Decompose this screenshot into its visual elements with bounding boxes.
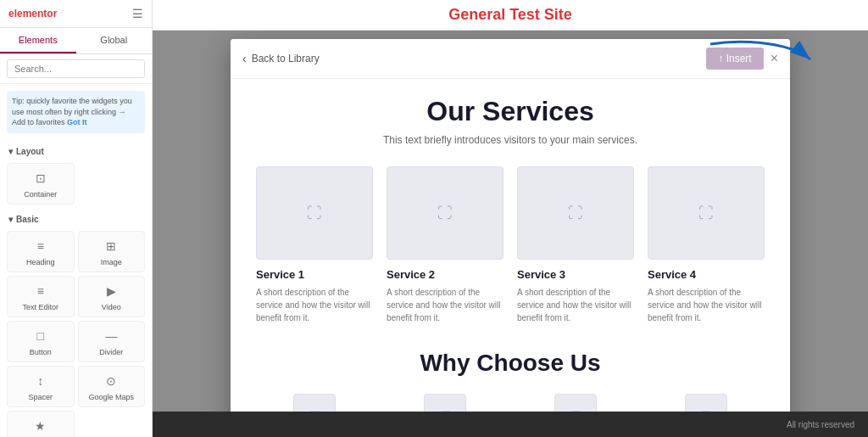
modal-header: ‹ Back to Library ↑ Insert × xyxy=(231,39,790,79)
tab-global[interactable]: Global xyxy=(76,28,153,53)
service-desc-1: A short description of the service and h… xyxy=(256,286,373,324)
service-card-3: ⛶ Service 3 A short description of the s… xyxy=(517,166,634,324)
service-card-4: ⛶ Service 4 A short description of the s… xyxy=(648,166,765,324)
section-title-layout: Layout xyxy=(0,140,152,160)
sidebar-item-label: Spacer xyxy=(28,393,53,401)
why-icon-box-2: ⊡ xyxy=(424,394,466,412)
video-icon: ▶ xyxy=(102,282,120,300)
icon-icon: ★ xyxy=(31,417,50,435)
bottom-bar: All rights reserved xyxy=(153,412,868,437)
image-placeholder-icon: ⛶ xyxy=(307,204,322,222)
sidebar-item-label: Heading xyxy=(26,258,55,266)
sidebar-item-label: Container xyxy=(24,190,57,199)
service-name-1: Service 1 xyxy=(256,268,373,281)
basic-grid: ≡ Heading ⊞ Image ≡ Text Editor ▶ Video … xyxy=(0,227,152,437)
back-to-library-button[interactable]: ‹ Back to Library xyxy=(242,52,320,65)
our-services-subtitle: This text briefly introduces visitors to… xyxy=(256,134,765,146)
modal-overlay: ‹ Back to Library ↑ Insert × Our Service… xyxy=(153,31,868,412)
sidebar-item-label: Button xyxy=(30,348,52,356)
elementor-logo: elementor xyxy=(8,8,57,20)
service-card-2: ⛶ Service 2 A short description of the s… xyxy=(387,166,504,324)
search-input[interactable] xyxy=(7,59,145,78)
sidebar-header: elementor ☰ xyxy=(0,0,152,28)
modal-actions: ↑ Insert × xyxy=(706,48,778,70)
service-image-1: ⛶ xyxy=(256,166,373,260)
sidebar-item-divider[interactable]: — Divider xyxy=(78,321,146,362)
spacer-icon: ↕ xyxy=(31,372,50,390)
service-desc-4: A short description of the service and h… xyxy=(648,286,765,324)
sidebar-item-label: Text Editor xyxy=(22,303,58,311)
why-grid: ⊡ ⊡ ⊡ xyxy=(256,394,765,412)
library-modal: ‹ Back to Library ↑ Insert × Our Service… xyxy=(231,39,790,412)
service-desc-3: A short description of the service and h… xyxy=(517,286,634,324)
why-icon-3: ⊡ xyxy=(570,407,581,412)
why-icon-box-4: ⊡ xyxy=(685,394,727,412)
why-icon-box-3: ⊡ xyxy=(554,394,597,412)
why-card-2: ⊡ xyxy=(387,394,504,412)
sidebar-item-label: Divider xyxy=(99,348,123,356)
service-image-4: ⛶ xyxy=(648,166,765,260)
sidebar-item-text-editor[interactable]: ≡ Text Editor xyxy=(7,276,75,317)
why-icon-4: ⊡ xyxy=(701,407,712,412)
divider-icon: — xyxy=(102,327,120,345)
why-icon-2: ⊡ xyxy=(440,407,451,412)
google-maps-icon: ⊙ xyxy=(102,372,120,390)
page-content: ‹ Back to Library ↑ Insert × Our Service… xyxy=(153,31,868,412)
service-image-2: ⛶ xyxy=(387,166,504,260)
heading-icon: ≡ xyxy=(31,237,50,255)
why-icon-1: ⊡ xyxy=(309,407,320,412)
sidebar-menu-icon[interactable]: ☰ xyxy=(132,7,143,20)
service-desc-2: A short description of the service and h… xyxy=(387,286,504,324)
why-card-1: ⊡ xyxy=(256,394,373,412)
section-title-basic: Basic xyxy=(0,208,152,227)
app-container: elementor ☰ Elements Global Tip: quickly… xyxy=(0,0,868,437)
sidebar-item-icon[interactable]: ★ Icon xyxy=(7,411,75,437)
sidebar: elementor ☰ Elements Global Tip: quickly… xyxy=(0,0,153,437)
sidebar-item-button[interactable]: □ Button xyxy=(7,321,75,362)
our-services-title: Our Services xyxy=(256,96,765,127)
sidebar-item-label: Google Maps xyxy=(88,393,134,401)
sidebar-item-google-maps[interactable]: ⊙ Google Maps xyxy=(78,366,146,407)
image-placeholder-icon: ⛶ xyxy=(568,204,583,222)
service-card-1: ⛶ Service 1 A short description of the s… xyxy=(256,166,373,324)
service-name-2: Service 2 xyxy=(387,268,504,281)
rights-text: All rights reserved xyxy=(787,420,854,429)
image-placeholder-icon: ⛶ xyxy=(698,204,714,222)
back-to-library-label: Back to Library xyxy=(252,53,320,64)
sidebar-item-label: Image xyxy=(101,258,122,266)
container-icon: ⊡ xyxy=(31,169,50,188)
chevron-left-icon: ‹ xyxy=(242,52,247,65)
image-icon: ⊞ xyxy=(102,237,120,255)
sidebar-item-container[interactable]: ⊡ Container xyxy=(7,163,75,204)
tab-elements[interactable]: Elements xyxy=(0,28,76,53)
text-editor-icon: ≡ xyxy=(31,282,50,300)
sidebar-item-heading[interactable]: ≡ Heading xyxy=(7,231,75,272)
why-icon-box-1: ⊡ xyxy=(293,394,336,412)
button-icon: □ xyxy=(31,327,50,345)
service-name-3: Service 3 xyxy=(517,268,634,281)
tip-link[interactable]: Got It xyxy=(67,118,87,126)
sidebar-item-label: Video xyxy=(102,303,121,311)
tip-box: Tip: quickly favorite the widgets you us… xyxy=(7,91,145,133)
sidebar-item-spacer[interactable]: ↕ Spacer xyxy=(7,366,75,407)
sidebar-item-video[interactable]: ▶ Video xyxy=(78,276,146,317)
why-card-3: ⊡ xyxy=(517,394,634,412)
site-title: General Test Site xyxy=(448,6,572,24)
close-button[interactable]: × xyxy=(771,52,778,65)
why-choose-us-title: Why Choose Us xyxy=(256,350,765,377)
search-container xyxy=(0,54,152,84)
layout-grid: ⊡ Container xyxy=(0,160,152,208)
top-bar: General Test Site xyxy=(153,0,868,31)
insert-button[interactable]: ↑ Insert xyxy=(706,48,763,70)
services-grid: ⛶ Service 1 A short description of the s… xyxy=(256,166,765,324)
sidebar-item-image[interactable]: ⊞ Image xyxy=(78,231,146,272)
sidebar-tabs: Elements Global xyxy=(0,28,152,54)
why-card-4: ⊡ xyxy=(648,394,765,412)
modal-body: Our Services This text briefly introduce… xyxy=(231,79,790,412)
main-area: General Test Site ‹ Back to Library ↑ In… xyxy=(153,0,868,437)
service-image-3: ⛶ xyxy=(517,166,634,260)
image-placeholder-icon: ⛶ xyxy=(437,204,453,222)
service-name-4: Service 4 xyxy=(648,268,765,281)
